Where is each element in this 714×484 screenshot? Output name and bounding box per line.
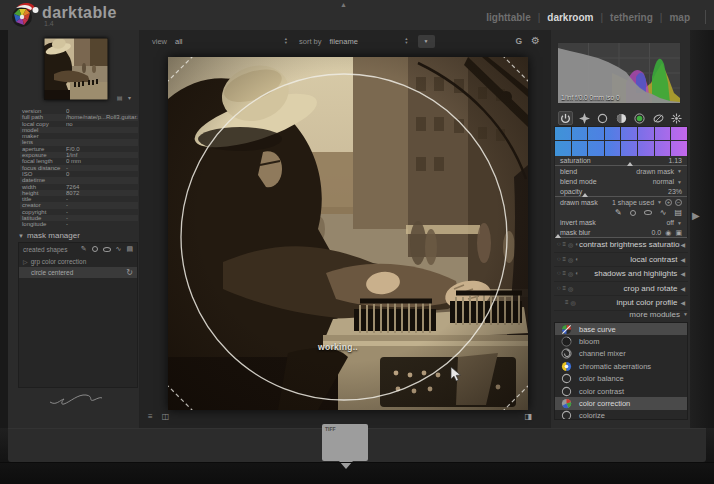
brush-tool-icon[interactable]: ✎	[615, 208, 622, 217]
tab-tethering[interactable]: tethering	[603, 12, 660, 23]
module-list-label: bloom	[579, 337, 599, 346]
module-crop-and-rotate[interactable]: ◌≡◎ crop and rotate ◀	[554, 282, 688, 297]
module-presets-icon[interactable]: ≡	[563, 256, 567, 263]
saturation-slider[interactable]: saturation 1.13	[555, 156, 687, 166]
group-correct-icon[interactable]	[651, 111, 666, 125]
tab-lighttable[interactable]: lighttable	[479, 12, 537, 23]
working-indicator: working..	[318, 342, 358, 352]
histogram[interactable]: 1/inf f/0.0 0mm iso 0	[557, 42, 681, 104]
navigation-thumbnail[interactable]	[44, 38, 108, 100]
module-list-item-bloom[interactable]: bloom	[555, 335, 687, 347]
dropdown-arrow-icon: ▼	[683, 311, 688, 317]
color-correction-grid[interactable]	[555, 127, 687, 156]
mask-group-row[interactable]: ▷ grp color correction	[19, 255, 137, 267]
snapshot-icon[interactable]: ◫	[162, 412, 170, 421]
path-shape-icon[interactable]: ∿	[116, 245, 122, 253]
right-panel: 1/inf f/0.0 0mm iso 0	[550, 30, 690, 428]
right-panel-expander[interactable]: ▶	[692, 210, 700, 221]
display-mask-icon[interactable]: ◉	[665, 229, 671, 237]
tab-map[interactable]: map	[662, 12, 697, 23]
sort-select[interactable]: filename ▴▾	[330, 37, 408, 46]
invert-mask-label: invert mask	[560, 219, 596, 226]
module-name: crop and rotate	[573, 284, 680, 293]
mask-blur-slider[interactable]: mask blur 0.0 ◉ ▣	[555, 228, 687, 238]
guides-toggle-icon[interactable]: ≡	[148, 412, 153, 421]
remove-mask-icon[interactable]: –	[675, 199, 682, 206]
main-image-canvas[interactable]: working..	[168, 57, 528, 410]
sort-direction-button[interactable]: ▼	[418, 35, 435, 48]
top-panel-expander[interactable]: ▲	[340, 1, 347, 8]
module-reset-icon[interactable]: ◎	[568, 256, 573, 263]
module-reset-icon[interactable]: ◎	[568, 241, 573, 248]
group-effect-icon[interactable]	[669, 111, 684, 125]
color-correction-icon	[561, 398, 572, 409]
thumbnail-overlays-gear-icon[interactable]: ⚙	[531, 35, 540, 46]
mask-shape-buttons: ✎ ∿ ▤	[555, 207, 687, 217]
module-list-item-colorize[interactable]: colorize	[555, 410, 687, 420]
module-list-item-color-balance[interactable]: color balance	[555, 373, 687, 385]
module-reset-icon[interactable]: ◎	[568, 270, 573, 277]
module-presets-icon[interactable]: ≡	[565, 299, 569, 306]
center-area: view all ▴▾ sort by filename ▴▾ ▼ G ⚙	[140, 30, 550, 428]
left-edge-gutter	[0, 30, 8, 428]
invert-mask-combobox[interactable]: invert mask off ▼	[555, 218, 687, 228]
darktable-logo-icon	[9, 2, 39, 29]
mask-manager-panel: created shapes ✎ ∿ ▤ ▷ grp color correct…	[18, 242, 138, 388]
module-contrast-brightness-saturation[interactable]: ◌≡◎◐ contrast brightness saturation ◀	[554, 238, 688, 253]
module-list-label: colorize	[579, 411, 605, 420]
ellipse-tool-icon[interactable]	[644, 210, 652, 215]
module-power-icon[interactable]: ◌	[557, 270, 561, 277]
circle-shape-icon[interactable]	[92, 246, 98, 252]
opacity-slider[interactable]: opacity 23%	[555, 187, 687, 197]
module-presets-icon[interactable]: ≡	[563, 285, 567, 292]
gradient-shape-icon[interactable]: ▤	[126, 245, 133, 253]
saturation-value: 1.13	[668, 157, 682, 164]
ellipse-shape-icon[interactable]	[103, 247, 111, 252]
module-name: shadows and highlights	[579, 269, 680, 278]
group-basic-icon[interactable]	[595, 111, 610, 125]
mask-shape-label: circle centered	[31, 269, 126, 276]
blend-combobox[interactable]: blend drawn mask ▼	[555, 166, 687, 176]
add-mask-icon[interactable]: +	[665, 199, 672, 206]
path-tool-icon[interactable]: ∿	[660, 208, 667, 217]
module-power-icon[interactable]: ◌	[557, 285, 561, 292]
module-power-icon[interactable]: ◌	[557, 256, 561, 263]
group-favorites-icon[interactable]	[577, 111, 592, 125]
group-color-icon[interactable]	[632, 111, 647, 125]
shape-used-icon: ↻	[126, 268, 133, 277]
grouping-toggle-icon[interactable]: G	[515, 36, 522, 46]
gradient-tool-icon[interactable]: ▤	[674, 208, 682, 217]
module-shadows-and-highlights[interactable]: ◌≡◎◐ shadows and highlights ◀	[554, 267, 688, 282]
module-list-item-chromatic-aberrations[interactable]: chromatic aberrations	[555, 360, 687, 372]
metadata-label: longitude	[20, 221, 66, 227]
more-modules-button[interactable]: more modules ▼	[554, 308, 688, 320]
module-list-item-channel-mixer[interactable]: channel mixer	[555, 348, 687, 360]
brush-shape-icon[interactable]: ✎	[81, 245, 87, 253]
group-tone-icon[interactable]	[614, 111, 629, 125]
module-local-contrast[interactable]: ◌≡◎◐ local contrast ◀	[554, 253, 688, 268]
module-list-item-color-contrast[interactable]: color contrast	[555, 385, 687, 397]
filmstrip-thumbnail[interactable]: TIFF	[322, 424, 368, 461]
darktable-window: darktable 1.4 lighttable| darkroom| teth…	[0, 0, 714, 484]
mask-manager-header[interactable]: ▼mask manager	[18, 231, 80, 240]
module-presets-icon[interactable]: ≡	[563, 270, 567, 277]
overexposure-toggle-icon[interactable]: ◨	[524, 412, 532, 421]
dropdown-arrow-icon: ▼	[677, 168, 682, 174]
module-list-item-color-correction[interactable]: color correction	[555, 397, 687, 409]
module-power-icon[interactable]: ◌	[557, 241, 561, 248]
mask-shape-row[interactable]: circle centered ↻	[19, 267, 137, 278]
module-list-item-base-curve[interactable]: base curve	[555, 323, 687, 335]
circle-tool-icon[interactable]	[630, 210, 636, 216]
tab-darkroom[interactable]: darkroom	[540, 12, 600, 23]
drawn-mask-row[interactable]: drawn mask 1 shape used ▼ + –	[555, 197, 687, 207]
blend-mode-combobox[interactable]: blend mode normal ▼	[555, 177, 687, 187]
expand-arrow-icon[interactable]: ▷	[23, 258, 28, 265]
expand-left-arrow-icon: ◀	[680, 299, 685, 306]
nav-zoom-selector[interactable]: ▤ ▾	[117, 94, 133, 101]
group-active-icon[interactable]	[558, 111, 573, 125]
module-presets-icon[interactable]: ≡	[563, 241, 567, 248]
invert-mask-value: off	[666, 219, 674, 226]
edit-mask-icon[interactable]: ▣	[675, 229, 682, 237]
view-select[interactable]: all ▴▾	[175, 37, 287, 46]
blend-value: drawn mask	[636, 168, 674, 175]
